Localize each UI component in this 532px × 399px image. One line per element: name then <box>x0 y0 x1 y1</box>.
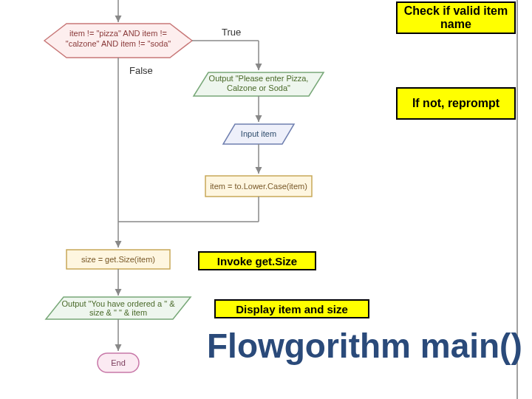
callout-invoke: Invoke get.Size <box>198 251 316 270</box>
callout-display: Display item and size <box>214 299 369 318</box>
decision-text-line1: item != "pizza" AND item != <box>69 29 167 38</box>
assign-size-text: size = get.Size(item) <box>81 255 155 264</box>
output-order-text-line2: size & " " & item <box>89 308 147 317</box>
callout-check: Check if valid item name <box>396 1 516 34</box>
end-text: End <box>111 358 126 367</box>
true-label: True <box>222 27 241 38</box>
lowercase-text: item = to.Lower.Case(item) <box>210 182 307 191</box>
input-text: Input item <box>241 129 276 138</box>
output-prompt-text-line2: Calzone or Soda" <box>227 83 290 92</box>
output-order-text-line1: Output "You have ordered a " & <box>62 299 176 308</box>
callout-reprompt: If not, reprompt <box>396 87 516 120</box>
output-prompt-text-line1: Output "Please enter Pizza, <box>209 74 309 83</box>
false-label: False <box>129 65 153 76</box>
decision-text-line2: "calzone" AND item != "soda" <box>66 39 171 48</box>
page-title: Flowgorithm main() <box>207 329 522 363</box>
